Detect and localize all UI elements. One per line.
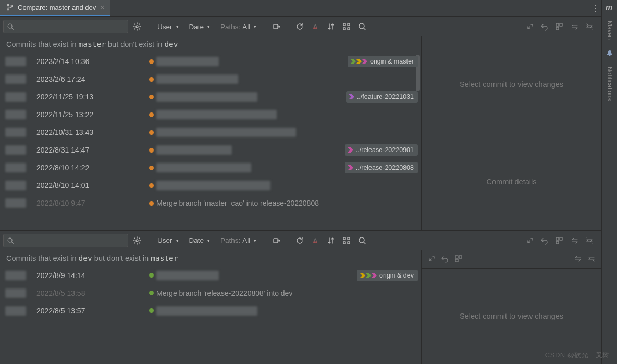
commit-row[interactable]: 2022/8/5 13:57 xyxy=(0,302,421,320)
details-placeholder: Select commit to view changes xyxy=(422,36,601,133)
caption-bot: Commits that exist in dev but don't exis… xyxy=(0,250,421,267)
tab-title: Compare: master and dev xyxy=(18,4,96,11)
find-button[interactable] xyxy=(355,20,369,33)
commit-list-top[interactable]: 2023/2/14 10:36 origin & master 2023/2/6… xyxy=(0,53,421,230)
branch-ref-tag[interactable]: ../release-20220808 xyxy=(345,162,418,173)
redacted-message xyxy=(156,128,296,137)
filter-date[interactable]: Date▾ xyxy=(185,234,215,247)
commit-row[interactable]: 2022/11/25 19:13 ../feature-20221031 xyxy=(0,88,421,106)
expand-all-button[interactable] xyxy=(568,234,582,247)
filter-paths[interactable]: Paths: All▾ xyxy=(216,234,261,247)
group-button[interactable] xyxy=(552,20,566,33)
right-tool-strip: m Maven Notifications xyxy=(601,0,617,364)
svg-rect-5 xyxy=(274,24,278,29)
commit-date: 2022/8/31 14:47 xyxy=(36,146,146,154)
commit-date: 2022/11/25 19:13 xyxy=(36,93,146,101)
branch-ref-tag[interactable]: origin & master xyxy=(348,56,418,67)
find-button[interactable] xyxy=(355,234,369,247)
redacted-message xyxy=(156,181,270,190)
group-button[interactable] xyxy=(452,252,465,266)
redacted-message xyxy=(156,110,277,119)
details-toolbar-bot xyxy=(422,250,601,269)
expand-all-button[interactable] xyxy=(568,20,582,33)
search-input[interactable] xyxy=(3,234,128,247)
revert-button[interactable] xyxy=(538,234,551,247)
revert-button[interactable] xyxy=(538,20,551,33)
commit-row[interactable]: 2022/11/25 13:22 xyxy=(0,106,421,123)
collapse-all-button[interactable] xyxy=(583,20,596,33)
details-bot: Select commit to view changes xyxy=(422,250,601,364)
branch-icon xyxy=(6,4,14,11)
commit-date: 2022/8/5 13:58 xyxy=(36,289,146,297)
commit-row[interactable]: 2022/8/10 14:01 xyxy=(0,177,421,194)
refresh-button[interactable] xyxy=(293,20,306,33)
svg-rect-30 xyxy=(459,256,462,258)
filter-settings-button[interactable] xyxy=(130,234,144,247)
commit-date: 2022/8/10 9:47 xyxy=(36,199,146,207)
commit-row[interactable]: 2023/2/6 17:24 xyxy=(0,70,421,88)
group-button[interactable] xyxy=(552,234,566,247)
branch-ref-tag[interactable]: ../feature-20221031 xyxy=(346,91,418,103)
tab-compare[interactable]: Compare: master and dev × xyxy=(0,0,110,16)
redacted-message xyxy=(156,92,257,102)
presentation-button[interactable] xyxy=(340,20,353,33)
collapse-all-button[interactable] xyxy=(583,234,596,247)
svg-rect-28 xyxy=(556,241,559,244)
redacted-message xyxy=(156,74,238,84)
close-icon[interactable]: × xyxy=(100,3,104,11)
commit-date: 2022/10/31 13:43 xyxy=(36,128,146,136)
go-to-button[interactable] xyxy=(523,20,537,33)
filter-settings-button[interactable] xyxy=(130,20,144,33)
commit-row[interactable]: 2022/8/10 14:22 ../release-20220808 xyxy=(0,159,421,177)
svg-rect-14 xyxy=(560,23,562,26)
intellisort-button[interactable] xyxy=(270,20,283,33)
maven-tool-button[interactable]: Maven xyxy=(606,18,613,43)
svg-rect-26 xyxy=(556,237,559,240)
refresh-button[interactable] xyxy=(293,234,306,247)
svg-point-2 xyxy=(11,5,13,7)
commit-list-bot[interactable]: 2022/8/9 14:14 origin & dev 2022/8/5 13:… xyxy=(0,267,421,364)
details-placeholder: Select commit to view changes xyxy=(422,269,601,364)
sort-button[interactable] xyxy=(324,234,338,247)
expand-all-button[interactable] xyxy=(571,252,585,266)
commit-row[interactable]: 2023/2/14 10:36 origin & master xyxy=(0,53,421,70)
svg-rect-23 xyxy=(343,242,345,244)
tab-options-button[interactable]: ⋮ xyxy=(589,0,601,16)
panel-dev-only: User▾ Date▾ Paths: All▾ Commits that exi… xyxy=(0,230,601,364)
commit-date: 2023/2/14 10:36 xyxy=(36,57,146,66)
details-top: Select commit to view changes Commit det… xyxy=(422,36,601,230)
svg-rect-18 xyxy=(274,239,278,243)
intellisort-button[interactable] xyxy=(270,234,283,247)
branch-ref-tag[interactable]: ../release-20220901 xyxy=(345,144,418,156)
svg-rect-27 xyxy=(560,237,562,240)
cherry-pick-button[interactable] xyxy=(308,234,322,247)
go-to-button[interactable] xyxy=(425,252,438,266)
commit-row[interactable]: 2022/8/10 9:47 Merge branch 'master_cao'… xyxy=(0,194,421,212)
svg-rect-8 xyxy=(343,23,345,26)
commit-row[interactable]: 2022/8/5 13:58 Merge branch 'release-202… xyxy=(0,284,421,302)
svg-point-17 xyxy=(136,240,138,242)
branch-ref-tag[interactable]: origin & dev xyxy=(357,270,418,281)
cherry-pick-button[interactable] xyxy=(308,20,322,33)
presentation-button[interactable] xyxy=(340,234,353,247)
svg-point-16 xyxy=(8,238,12,242)
filter-date[interactable]: Date▾ xyxy=(185,20,215,33)
notifications-tool-button[interactable]: Notifications xyxy=(606,64,613,104)
svg-rect-29 xyxy=(455,256,458,258)
svg-text:m: m xyxy=(606,3,612,11)
svg-rect-24 xyxy=(348,242,350,244)
collapse-all-button[interactable] xyxy=(585,252,598,266)
filter-user[interactable]: User▾ xyxy=(153,20,183,33)
svg-point-3 xyxy=(8,24,12,28)
go-to-button[interactable] xyxy=(523,234,537,247)
filter-user[interactable]: User▾ xyxy=(153,234,183,247)
commit-row[interactable]: 2022/8/9 14:14 origin & dev xyxy=(0,267,421,284)
filter-paths[interactable]: Paths: All▾ xyxy=(216,20,261,33)
tab-bar: Compare: master and dev × ⋮ xyxy=(0,0,601,17)
commit-row[interactable]: 2022/10/31 13:43 xyxy=(0,123,421,141)
bell-icon xyxy=(606,49,614,57)
search-input[interactable] xyxy=(3,20,128,33)
sort-button[interactable] xyxy=(324,20,338,33)
revert-button[interactable] xyxy=(438,252,452,266)
commit-row[interactable]: 2022/8/31 14:47 ../release-20220901 xyxy=(0,141,421,159)
